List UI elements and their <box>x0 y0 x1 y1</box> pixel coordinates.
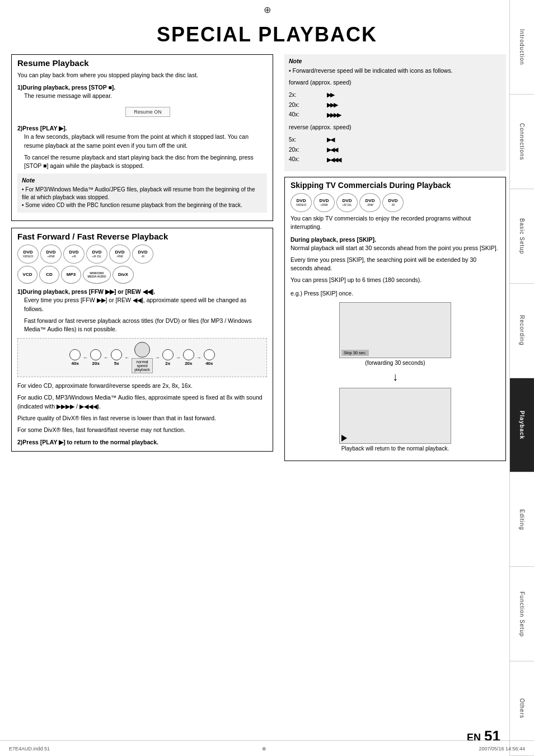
caption-forwarding: (forwarding 30 seconds) <box>291 360 500 366</box>
disc-mp3: MP3 <box>61 266 81 284</box>
speed-arrows-rev-5x: ▶◀ <box>327 135 334 145</box>
skip-screen2 <box>339 388 451 444</box>
dial-arrow4: → <box>154 355 161 360</box>
disc-divx: DivX <box>113 266 134 284</box>
resume-step1-body: The resume message will appear. <box>24 92 267 100</box>
footer-right: 2007/05/16 14:56:44 <box>479 746 525 752</box>
speed-row-2x: 2x: ▶▶ <box>289 90 502 100</box>
speed-dial-row: 40x ← 20x ← 5x ← normalspeedp <box>17 338 267 377</box>
skip-disc-dvd-rw2: DVD-RW <box>359 193 381 212</box>
speed-table-forward: 2x: ▶▶ 20x: ▶▶▶ 40x: ▶▶▶▶ <box>289 90 502 120</box>
skipping-step-title: During playback, press [SKIP]. <box>291 236 500 243</box>
content-area: Resume Playback You can play back from w… <box>0 54 534 467</box>
resume-note-item1: • For MP3/Windows Media™ Audio/JPEG file… <box>22 186 263 201</box>
speed-row-rev-5x: 5x: ▶◀ <box>289 135 502 145</box>
speed-label-rev-40x: 40x: <box>289 155 322 164</box>
resume-note-item2: • Some video CD with the PBC function re… <box>22 201 263 209</box>
down-arrow-icon: ↓ <box>291 370 500 383</box>
dial-circle-20r <box>183 349 194 360</box>
ff-step1-title: 1)During playback, press [FFW ▶▶] or [RE… <box>17 288 267 295</box>
dial-circle-40r <box>204 349 215 360</box>
right-note-box: Note • Forward/reverse speed will be ind… <box>284 54 506 171</box>
speed-label-rev-20x: 20x: <box>289 145 322 154</box>
skip-disc-dvd-r: DVD-R <box>382 193 404 212</box>
top-bar: ⊕ <box>0 0 534 17</box>
dial-40x-left: 40x <box>69 349 81 366</box>
right-note-intro: • Forward/reverse speed will be indicate… <box>289 67 502 75</box>
skipping-title: Skipping TV Commercials During Playback <box>291 181 500 190</box>
right-column: Note • Forward/reverse speed will be ind… <box>280 54 534 467</box>
footer-left: E7E4AUD.indd 51 <box>9 746 50 752</box>
dial-40x-right: 40x <box>204 349 215 366</box>
disc-dvd-video: DVDVIDEO <box>17 245 39 264</box>
normal-speed-label: normalspeedplayback <box>132 358 153 373</box>
dial-circle-2 <box>162 349 174 360</box>
ff-body4: For audio CD, MP3/Windows Media™ Audio f… <box>17 393 267 410</box>
crosshair-icon: ⊕ <box>264 4 271 15</box>
sidebar-basic-setup[interactable]: Basic Setup <box>510 189 534 284</box>
dial-circle-40l <box>69 349 81 360</box>
sidebar-playback[interactable]: Playback <box>510 378 534 473</box>
speed-label-rev-5x: 5x: <box>289 135 322 144</box>
speed-table-reverse: 5x: ▶◀ 20x: ▶◀◀ 40x: ▶◀◀◀ <box>289 135 502 165</box>
dial-20x-right: 20x <box>183 349 194 366</box>
dial-arrow1: ← <box>82 355 89 360</box>
ff-step1-body1: Every time you press [FFW ▶▶] or [REW ◀◀… <box>24 296 267 313</box>
resume-note-title: Note <box>22 177 263 184</box>
sidebar-connections[interactable]: Connections <box>510 95 534 189</box>
dial-20x-left: 20x <box>90 349 101 366</box>
sidebar-introduction[interactable]: Introduction <box>510 0 534 95</box>
speed-label-20x: 20x: <box>289 101 322 110</box>
ff-body5: Picture quality of DivX® files in fast r… <box>17 414 267 422</box>
disc-icons-row: DVDVIDEO DVD+RW DVD+R DVD+R DL DVD-RW DV… <box>17 245 267 264</box>
skipping-section: Skipping TV Commercials During Playback … <box>284 177 506 461</box>
ff-step2-title: 2)Press [PLAY ▶] to return to the normal… <box>17 439 267 445</box>
skip-30sec-label: Skip 30 sec. <box>341 350 369 356</box>
reverse-speed-label: reverse (approx. speed) <box>289 123 502 132</box>
fast-forward-title: Fast Forward / Fast Reverse Playback <box>17 232 267 241</box>
skip-disc-dvd-rdl: DVD+R DL <box>336 193 358 212</box>
resume-note-box: Note • For MP3/Windows Media™ Audio/JPEG… <box>17 173 267 213</box>
caption-return: Playback will return to the normal playb… <box>291 445 500 452</box>
resume-on-box: Resume ON <box>125 107 170 117</box>
dial-normal: normalspeedplayback <box>132 342 153 373</box>
page-container: ⊕ SPECIAL PLAYBACK Resume Playback You c… <box>0 0 534 756</box>
dial-arrow3: ← <box>123 355 130 360</box>
disc-dvd-r: DVD+R <box>63 245 85 264</box>
speed-row-rev-40x: 40x: ▶◀◀◀ <box>289 155 502 165</box>
skip-screen1: Skip 30 sec. <box>339 302 451 358</box>
disc-icons-row2: VCD CD MP3 WINDOWSMEDIA AUDIO DivX <box>17 266 267 284</box>
forward-speed-label: forward (approx. speed) <box>289 78 502 87</box>
left-column: Resume Playback You can play back from w… <box>11 54 280 467</box>
dial-arrow2: ← <box>102 355 110 360</box>
resume-step1-title: 1)During playback, press [STOP ■]. <box>17 84 267 91</box>
sidebar-function-setup[interactable]: Function Setup <box>510 567 534 661</box>
dial-circle-20l <box>90 349 101 360</box>
fast-forward-section: Fast Forward / Fast Reverse Playback DVD… <box>11 228 273 452</box>
disc-wma: WINDOWSMEDIA AUDIO <box>83 266 111 284</box>
skipping-body2: Every time you press [SKIP], the searchi… <box>291 256 500 273</box>
speed-arrows-rev-20x: ▶◀◀ <box>327 145 337 155</box>
skipping-disc-icons: DVDVIDEO DVD+RW DVD+R DL DVD-RW DVD-R <box>291 193 500 212</box>
disc-dvd-rw2: DVD-RW <box>109 245 130 264</box>
speed-row-rev-20x: 20x: ▶◀◀ <box>289 145 502 155</box>
sidebar-recording[interactable]: Recording <box>510 284 534 378</box>
ff-body6: For some DivX® files, fast forward/fast … <box>17 426 267 434</box>
disc-dvd-irdl: DVD+R DL <box>86 245 107 264</box>
resume-section-title: Resume Playback <box>17 58 267 68</box>
speed-arrows-2x: ▶▶ <box>327 90 334 100</box>
dial-arrow6: → <box>195 355 203 360</box>
bottom-bar: E7E4AUD.indd 51 ⊕ 2007/05/16 14:56:44 <box>0 740 534 756</box>
eg-label: e.g.) Press [SKIP] once. <box>291 289 500 298</box>
ff-body3: For video CD, approximate forward/revers… <box>17 382 267 390</box>
sidebar-editing[interactable]: Editing <box>510 472 534 567</box>
resume-step2-body2: To cancel the resume playback and start … <box>24 153 267 170</box>
disc-dvd-rw: DVD+RW <box>40 245 62 264</box>
resume-intro: You can play back from where you stopped… <box>17 71 267 79</box>
dial-5x: 5x <box>111 349 122 366</box>
skipping-body1: Normal playback will start at 30 seconds… <box>291 244 500 252</box>
skipping-intro: You can skip TV commercials to enjoy the… <box>291 214 500 231</box>
disc-dvd-r2: DVD-R <box>132 245 153 264</box>
dial-arrow5: → <box>175 355 182 360</box>
skip-disc-dvd: DVDVIDEO <box>291 193 312 212</box>
